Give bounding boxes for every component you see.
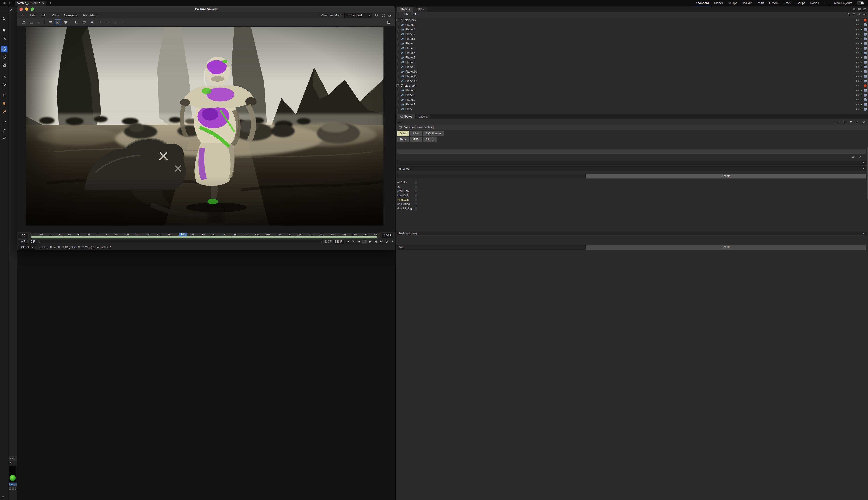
panel-tab[interactable]: Takes xyxy=(413,7,426,12)
object-row[interactable]: − blocker4 ✓ xyxy=(396,83,444,88)
panel-tab[interactable]: Objects xyxy=(397,7,413,12)
navigator-icon[interactable] xyxy=(386,20,392,25)
snap-magnet-icon[interactable] xyxy=(1,92,8,99)
document-tab[interactable]: zombie_v15.c4d * × xyxy=(14,1,46,5)
object-row[interactable]: − Plane.2 ✓ xyxy=(396,98,444,102)
next-frame-button[interactable] xyxy=(373,240,378,244)
mode-button[interactable]: View xyxy=(397,131,409,136)
compare-split-icon[interactable] xyxy=(73,20,80,25)
menu-item[interactable]: Edit xyxy=(411,13,416,16)
checkbox[interactable]: ✓ xyxy=(415,190,418,193)
close-icon[interactable]: × xyxy=(42,1,44,5)
object-row[interactable]: − Plane.9 ✓ xyxy=(396,65,444,69)
clear-result-icon[interactable] xyxy=(36,20,42,25)
zoom-window-button[interactable] xyxy=(31,8,34,11)
coordinates-icon[interactable] xyxy=(1,81,8,88)
shading-lines-dropdown[interactable]: g (Lines) ▾ xyxy=(397,166,444,171)
menu-icon[interactable]: ≡ xyxy=(397,12,401,16)
menu-item[interactable]: View xyxy=(52,13,59,17)
layers-icon[interactable] xyxy=(387,13,392,18)
object-row[interactable]: − Plane.4 ✓ xyxy=(396,22,444,27)
frame-all-icon[interactable] xyxy=(381,13,386,18)
object-row[interactable]: − Plane.8 ✓ xyxy=(396,60,444,65)
knife-tool-icon[interactable] xyxy=(1,119,8,126)
start-frame-field[interactable]: 0 F xyxy=(19,240,27,244)
object-row[interactable]: − Plane ✓ xyxy=(396,107,444,112)
in-frame-field[interactable]: 0 F xyxy=(29,240,37,244)
close-window-button[interactable] xyxy=(20,8,23,11)
object-row[interactable]: − Plane.3 ✓ xyxy=(396,27,444,32)
zoom-level-dropdown[interactable]: 241 % ▾ xyxy=(19,245,35,250)
asset-cubes-icon[interactable] xyxy=(1,108,8,115)
menu-icon[interactable]: ≡ xyxy=(397,120,399,123)
use-filter-icon[interactable] xyxy=(55,20,61,25)
mode-button[interactable]: Effects xyxy=(423,137,437,142)
object-row[interactable]: − Plane.5 ✓ xyxy=(396,46,444,50)
range-start-field[interactable]: 30 xyxy=(19,233,28,238)
object-row[interactable]: − Plane.1 ✓ xyxy=(396,36,444,41)
window-titlebar[interactable]: Picture Viewer xyxy=(17,6,396,12)
timeline-ruler[interactable]: 0 10 20 30 40 50 60 70 80 90 xyxy=(30,232,380,239)
pen-tool-icon[interactable] xyxy=(1,127,8,134)
offset-ab-icon[interactable] xyxy=(112,20,118,25)
compare-stack-icon[interactable] xyxy=(81,20,88,25)
panel-tab[interactable]: Layers xyxy=(416,114,430,119)
view-transform-dropdown[interactable]: Embedded ▾ xyxy=(344,13,372,18)
menu-overflow-icon[interactable]: › xyxy=(401,120,401,123)
add-document-button[interactable]: + xyxy=(48,1,53,5)
pair-left-button[interactable] xyxy=(397,174,444,179)
shading-lines-dropdown-2[interactable]: hading (Lines) ▾ xyxy=(397,231,444,236)
compare-a-label[interactable]: A xyxy=(89,20,95,25)
spline-tool-icon[interactable] xyxy=(1,135,8,142)
object-row[interactable]: − Plane ✓ xyxy=(396,41,444,46)
checkbox[interactable]: ✓ xyxy=(415,185,418,188)
menu-item[interactable]: File xyxy=(30,13,36,17)
checkbox[interactable]: ✓ xyxy=(415,198,418,201)
object-row[interactable]: − Plane.6 ✓ xyxy=(396,50,444,55)
save-image-icon[interactable] xyxy=(28,20,34,25)
menu-item[interactable]: Compare xyxy=(64,13,77,17)
object-row[interactable]: − Plane.3 ✓ xyxy=(396,93,444,98)
checkbox[interactable]: ✓ xyxy=(415,194,418,197)
preview-range-bar[interactable] xyxy=(31,236,377,238)
menu-item[interactable]: Animation xyxy=(83,13,98,17)
open-folder-icon[interactable] xyxy=(21,20,27,25)
previous-frame-button[interactable] xyxy=(351,240,356,244)
compare-b-label[interactable]: B xyxy=(96,20,103,25)
scale-tool-icon[interactable] xyxy=(1,62,8,68)
goto-start-button[interactable] xyxy=(345,240,351,244)
object-row[interactable]: − Plane.1 ✓ xyxy=(396,102,444,107)
object-row[interactable]: − Plane.4 ✓ xyxy=(396,88,444,93)
object-row[interactable]: − Plane.2 ✓ xyxy=(396,32,444,36)
axis-tool-icon[interactable] xyxy=(1,73,8,80)
playhead[interactable]: 144 xyxy=(179,233,187,236)
layout-menu-icon[interactable] xyxy=(1,8,8,14)
search-icon[interactable] xyxy=(1,16,8,22)
contrast-icon[interactable] xyxy=(62,20,69,25)
minimize-window-button[interactable] xyxy=(25,8,28,11)
pair-left-button[interactable]: tion xyxy=(397,245,444,250)
window-icon[interactable] xyxy=(8,1,13,5)
menu-item[interactable]: File xyxy=(404,13,408,16)
play-backward-button[interactable] xyxy=(356,240,362,244)
object-row[interactable]: − blocker3 ✓ xyxy=(396,18,444,22)
mode-button[interactable]: HUD xyxy=(410,137,422,142)
object-row[interactable]: − Plane.11 ✓ xyxy=(396,74,444,79)
float-panel-icon[interactable] xyxy=(374,13,379,18)
mode-button[interactable]: Safe Frames xyxy=(423,131,444,136)
menu-icon[interactable]: ≡ xyxy=(20,13,25,18)
sculpt-clay-icon[interactable] xyxy=(1,100,8,106)
mode-button[interactable]: Filter xyxy=(410,131,422,136)
swap-ab-icon[interactable] xyxy=(119,20,126,25)
goto-end-button[interactable] xyxy=(379,240,384,244)
checkbox[interactable]: ✓ xyxy=(415,207,418,210)
object-row[interactable]: − Plane.12 ✓ xyxy=(396,79,444,83)
current-frame-field[interactable]: 144 F xyxy=(382,233,393,238)
checkbox[interactable]: ✓ xyxy=(415,181,418,184)
link-ab-icon[interactable] xyxy=(104,20,111,25)
filmstrip-icon[interactable] xyxy=(47,20,53,25)
select-tool-icon[interactable] xyxy=(1,27,8,33)
object-row[interactable]: − Plane.10 ✓ xyxy=(396,69,444,74)
menu-item[interactable]: Edit xyxy=(41,13,47,17)
menu-overflow-icon[interactable]: › xyxy=(418,13,420,16)
